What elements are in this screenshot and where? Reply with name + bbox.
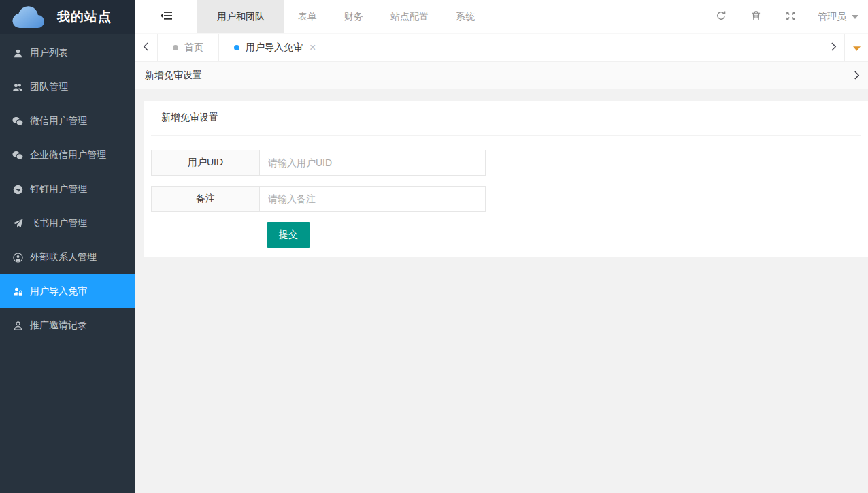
sidebar-item-label: 企业微信用户管理 [30, 149, 106, 161]
chevron-right-icon [831, 42, 837, 53]
user-menu[interactable]: 管理员 [818, 11, 858, 23]
remark-input[interactable] [259, 186, 486, 212]
nav-tab-label: 系统 [456, 11, 475, 23]
tab-status-dot [234, 45, 239, 50]
exempt-settings-form: 用户UID 备注 提交 [144, 136, 868, 248]
sidebar-item-external-contacts[interactable]: 外部联系人管理 [0, 240, 135, 274]
dingtalk-icon [12, 184, 23, 195]
sidebar-item-label: 用户导入免审 [30, 285, 87, 298]
sidebar-item-label: 团队管理 [30, 81, 68, 93]
tab-label: 用户导入免审 [246, 42, 303, 54]
top-nav: 用户和团队 表单 财务 站点配置 系统 [197, 0, 488, 33]
sidebar-item-team-mgmt[interactable]: 团队管理 [0, 70, 135, 104]
user-outline-icon [12, 320, 23, 331]
sidebar-item-label: 用户列表 [30, 47, 68, 59]
sidebar-item-label: 钉钉用户管理 [30, 183, 87, 195]
nav-tab-label: 用户和团队 [217, 11, 265, 23]
sidebar-item-label: 飞书用户管理 [30, 217, 87, 229]
sidebar-item-wecom-users[interactable]: 企业微信用户管理 [0, 138, 135, 172]
header-actions: 管理员 [699, 0, 868, 33]
sidebar-item-label: 外部联系人管理 [30, 251, 97, 264]
users-icon [12, 82, 23, 93]
tab-scroll-left-button[interactable] [135, 34, 158, 61]
tabbar-right-controls [822, 34, 868, 61]
fullscreen-icon [786, 11, 796, 23]
tab-close-icon[interactable]: × [310, 42, 316, 53]
nav-tab-forms[interactable]: 表单 [284, 0, 331, 33]
sidebar-item-invite-records[interactable]: 推广邀请记录 [0, 308, 135, 343]
tab-scroll-right-button[interactable] [822, 34, 845, 61]
chevron-left-icon [143, 42, 149, 53]
chevron-down-icon [852, 15, 858, 19]
chevron-down-icon [853, 42, 861, 53]
paper-plane-icon [12, 218, 23, 229]
sidebar-collapse-button[interactable] [135, 0, 197, 33]
wechat-icon [12, 116, 23, 127]
nav-tab-system[interactable]: 系统 [442, 0, 488, 33]
tab-home[interactable]: 首页 [158, 34, 219, 61]
page-tab-bar: 首页 用户导入免审 × [135, 34, 868, 62]
user-lock-icon [12, 286, 23, 297]
nav-tab-site-config[interactable]: 站点配置 [377, 0, 442, 33]
sidebar-item-label: 微信用户管理 [30, 115, 87, 127]
tab-import-exempt[interactable]: 用户导入免审 × [219, 34, 331, 61]
fullscreen-button[interactable] [778, 0, 803, 34]
sidebar-item-import-exempt[interactable]: 用户导入免审 [0, 274, 135, 308]
nav-tab-label: 表单 [298, 11, 317, 23]
refresh-button[interactable] [709, 0, 733, 34]
user-icon [12, 48, 23, 59]
top-header: 用户和团队 表单 财务 站点配置 系统 管理员 [135, 0, 868, 34]
user-menu-label: 管理员 [818, 11, 846, 23]
sidebar: 我的站点 用户列表 团队管理 微信用户管理 企业微信用户管理 [0, 0, 135, 493]
wechat-work-icon [12, 150, 23, 161]
nav-tab-users-teams[interactable]: 用户和团队 [197, 0, 284, 33]
tab-menu-button[interactable] [845, 34, 868, 61]
app-logo[interactable]: 我的站点 [0, 0, 135, 34]
page-title: 新增免审设置 [145, 69, 202, 82]
submit-button[interactable]: 提交 [267, 222, 310, 248]
tab-label: 首页 [184, 42, 203, 54]
user-circle-icon [12, 252, 23, 263]
form-row-uid: 用户UID [151, 150, 868, 176]
trash-icon [751, 10, 761, 23]
remark-field-label: 备注 [151, 186, 260, 212]
refresh-icon [716, 10, 727, 23]
submit-row: 提交 [151, 222, 868, 248]
sidebar-menu: 用户列表 团队管理 微信用户管理 企业微信用户管理 钉钉用户管理 [0, 34, 135, 343]
sidebar-item-dingtalk-users[interactable]: 钉钉用户管理 [0, 172, 135, 206]
card-title: 新增免审设置 [144, 101, 868, 135]
form-card: 新增免审设置 用户UID 备注 提交 [144, 101, 868, 257]
sidebar-item-user-list[interactable]: 用户列表 [0, 36, 135, 70]
cloud-logo-icon [11, 3, 49, 31]
uid-field-label: 用户UID [151, 150, 260, 176]
collapse-menu-icon [160, 10, 173, 23]
tab-status-dot [173, 45, 178, 50]
form-row-remark: 备注 [151, 186, 868, 212]
sidebar-item-feishu-users[interactable]: 飞书用户管理 [0, 206, 135, 240]
uid-input[interactable] [259, 150, 486, 176]
app-title: 我的站点 [57, 8, 112, 26]
nav-tab-finance[interactable]: 财务 [331, 0, 377, 33]
panel-collapse-button[interactable] [851, 68, 863, 82]
nav-tab-label: 财务 [344, 11, 363, 23]
sidebar-item-label: 推广邀请记录 [30, 319, 87, 332]
sidebar-item-wechat-users[interactable]: 微信用户管理 [0, 104, 135, 138]
clear-cache-button[interactable] [744, 0, 768, 34]
nav-tab-label: 站点配置 [390, 11, 429, 23]
page-header-bar: 新增免审设置 [135, 62, 868, 89]
